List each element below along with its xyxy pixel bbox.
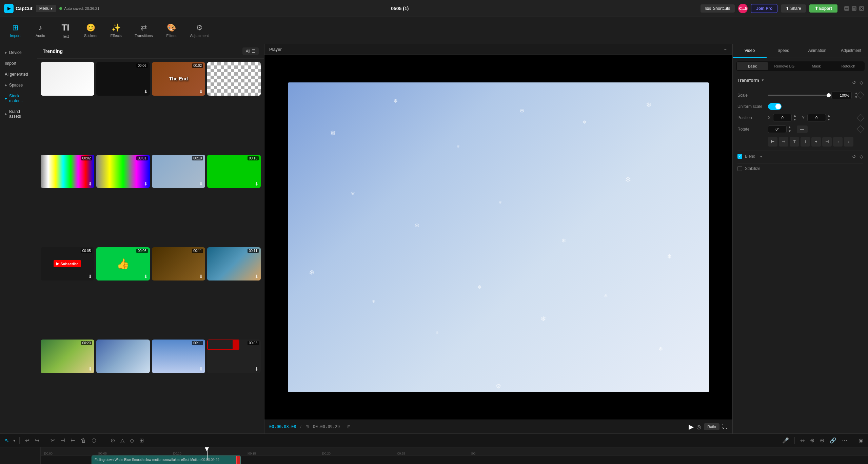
timeline-clip[interactable]: Falling down White Blue Smooth slow moti… (92, 456, 241, 464)
rotate-keyframe[interactable] (857, 125, 865, 133)
media-thumb[interactable]: 00:06 ⬇ (96, 62, 150, 96)
media-thumb[interactable]: 00:02 ⬇ (41, 155, 94, 188)
tab-adjustment[interactable]: ⚙ Adjustment (185, 21, 214, 40)
align-center-v[interactable]: + (811, 137, 821, 147)
close-button[interactable]: ✕ (859, 6, 864, 11)
y-up[interactable]: ▲ (827, 114, 831, 117)
align-flip-v[interactable]: ↕ (844, 137, 853, 147)
link-clips[interactable]: 🔗 (828, 436, 838, 445)
playhead-head[interactable] (205, 447, 209, 451)
snapshot-icon[interactable]: ◎ (696, 424, 701, 430)
zoom-in[interactable]: ⊕ (809, 436, 816, 445)
scale-input[interactable] (831, 92, 852, 99)
tab-audio[interactable]: ♪ Audio (28, 21, 52, 40)
tab-animation[interactable]: Animation (801, 44, 834, 58)
split-right[interactable]: ⊢ (69, 436, 77, 445)
sidebar-item-import[interactable]: Import (0, 58, 37, 69)
rotate-up[interactable]: ▲ (788, 125, 791, 129)
tab-transitions[interactable]: ⇄ Transitions (129, 21, 158, 40)
rotate-input[interactable] (768, 125, 787, 133)
zoom-fit[interactable]: ⇿ (799, 436, 806, 445)
blend-diamond[interactable]: ◇ (860, 154, 863, 159)
rotate-flip[interactable]: — (797, 125, 808, 133)
x-up[interactable]: ▲ (793, 114, 796, 117)
transform-button[interactable]: ⊞ (138, 436, 145, 445)
tab-speed[interactable]: Speed (767, 44, 801, 58)
pos-y-input[interactable] (807, 114, 826, 121)
play-range[interactable]: ⊙ (109, 436, 116, 445)
media-thumb[interactable] (207, 62, 261, 96)
crop-button[interactable]: □ (100, 436, 106, 445)
sidebar-item-spaces[interactable]: ▶ Spaces (0, 80, 37, 90)
align-right[interactable]: ⊤ (790, 137, 799, 147)
zoom-out[interactable]: ⊖ (818, 436, 826, 445)
media-thumb[interactable] (41, 62, 94, 96)
media-thumb[interactable]: 00:03 ⬇ (207, 340, 261, 373)
align-bottom[interactable]: ⊣ (822, 137, 832, 147)
y-down[interactable]: ▼ (827, 118, 831, 121)
align-left[interactable]: ⊢ (768, 137, 777, 147)
redo-button[interactable]: ↪ (34, 436, 41, 445)
tab-import[interactable]: ⊞ Import (3, 21, 27, 40)
media-thumb[interactable] (96, 340, 150, 373)
share-button[interactable]: ⬆ Share (781, 4, 806, 13)
blend-checkbox[interactable]: ✓ (737, 154, 742, 159)
stabilize-checkbox[interactable] (737, 166, 742, 171)
fullscreen-button[interactable]: ⛶ (722, 424, 728, 430)
rotate-down[interactable]: ▼ (788, 130, 791, 133)
menu-button[interactable]: Menu ▾ (36, 5, 56, 12)
media-thumb[interactable]: The End 00:02 ⬇ (152, 62, 205, 96)
play-button[interactable]: ▶ (689, 423, 694, 431)
tab-text[interactable]: TI Text (54, 20, 77, 41)
media-thumb[interactable]: 00:11 ⬇ (207, 247, 261, 281)
media-thumb[interactable]: 00:01 ⬇ (96, 155, 150, 188)
trim-handle[interactable]: ◁▷ (236, 456, 241, 464)
media-thumb[interactable]: ▶Subscribe 00:05 ⬇ (41, 247, 94, 281)
sidebar-item-stock[interactable]: ▶ Stock mater... (0, 91, 37, 106)
scale-slider[interactable] (768, 95, 829, 96)
split-button[interactable]: ✂ (49, 436, 56, 445)
ratio-button[interactable]: Ratio (704, 423, 719, 430)
color-button[interactable]: △ (119, 436, 126, 445)
position-keyframe[interactable] (857, 114, 865, 122)
more-options[interactable]: ⋯ (841, 436, 849, 445)
auto-zoom[interactable]: ◉ (857, 436, 865, 445)
tab-filters[interactable]: 🎨 Filters (160, 21, 183, 40)
scale-keyframe[interactable] (857, 92, 865, 99)
all-filter-button[interactable]: All ☰ (242, 47, 259, 55)
x-down[interactable]: ▼ (793, 118, 796, 121)
blend-reset[interactable]: ↺ (852, 154, 856, 159)
media-thumb[interactable]: 00:11 ⬇ (152, 340, 205, 373)
maximize-button[interactable]: □ (852, 6, 856, 11)
tab-stickers[interactable]: 😊 Stickers (79, 21, 103, 40)
shortcuts-button[interactable]: ⌨ Shortcuts (701, 4, 735, 13)
pos-x-input[interactable] (773, 114, 792, 121)
scale-thumb[interactable] (827, 93, 831, 97)
sidebar-item-device[interactable]: ▶ Device (0, 47, 37, 58)
player-menu-icon[interactable]: ⋯ (724, 47, 728, 52)
media-thumb[interactable]: 00:10 ⬇ (152, 155, 205, 188)
subtab-mask[interactable]: Mask (801, 62, 832, 70)
subtab-basic[interactable]: Basic (737, 62, 768, 70)
tab-video[interactable]: Video (733, 44, 767, 58)
join-pro-button[interactable]: Join Pro (751, 4, 777, 13)
subtab-removebg[interactable]: Remove BG (769, 62, 800, 70)
delete-button[interactable]: 🗑 (79, 436, 87, 445)
media-thumb[interactable]: 👍 00:06 ⬇ (96, 247, 150, 281)
checkpoint[interactable]: ⬡ (90, 436, 98, 445)
export-button[interactable]: ⬆ Export (809, 4, 837, 13)
uniform-scale-toggle[interactable] (768, 103, 782, 110)
align-center-h[interactable]: ⊣ (779, 137, 788, 147)
diamond-icon[interactable]: ◇ (860, 80, 863, 85)
sidebar-item-ai[interactable]: AI generated (0, 69, 37, 79)
subtab-retouch[interactable]: Retouch (833, 62, 864, 70)
reset-icon[interactable]: ↺ (852, 80, 856, 85)
tab-adjustment[interactable]: Adjustment (834, 44, 868, 58)
undo-button[interactable]: ↩ (24, 436, 31, 445)
split-left[interactable]: ⊣ (59, 436, 66, 445)
freeze-button[interactable]: ◇ (129, 436, 135, 445)
tab-effects[interactable]: ✨ Effects (104, 21, 128, 40)
align-top[interactable]: ⊥ (801, 137, 810, 147)
media-thumb[interactable]: 00:11 ⬇ (152, 247, 205, 281)
select-tool[interactable]: ↖ (3, 436, 11, 445)
